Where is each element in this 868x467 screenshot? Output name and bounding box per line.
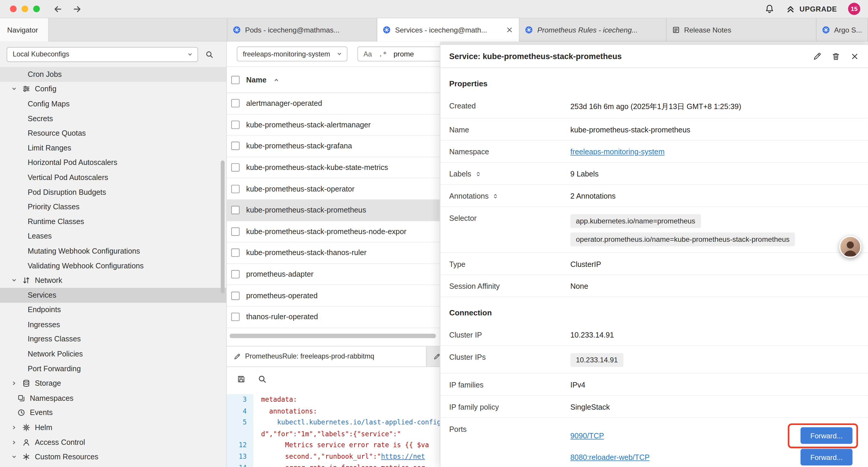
sidebar-item-access-control[interactable]: Access Control xyxy=(0,435,226,449)
close-icon[interactable] xyxy=(850,52,859,61)
sidebar-item-network-policies[interactable]: Network Policies xyxy=(0,347,226,361)
forward-button[interactable]: Forward... xyxy=(801,428,852,444)
row-checkbox[interactable] xyxy=(231,249,240,257)
search-icon[interactable] xyxy=(205,50,214,58)
tab-pods-icecheng-mathmas[interactable]: Pods - icecheng@mathmas... xyxy=(227,18,378,42)
search-input[interactable]: Aa .* prome xyxy=(358,47,440,61)
sidebar-item-endpoints[interactable]: Endpoints xyxy=(0,302,226,317)
sidebar-item-secrets[interactable]: Secrets xyxy=(0,111,226,126)
chev-down-icon[interactable] xyxy=(11,86,18,92)
editor-line[interactable]: 5 kubectl.kubernetes.io/last-applied-con… xyxy=(227,417,440,428)
updown-icon[interactable] xyxy=(475,171,481,177)
namespace-filter[interactable]: freeleaps-monitoring-system xyxy=(237,47,347,61)
row-checkbox[interactable] xyxy=(231,121,240,129)
editor-line[interactable]: 14 error rate in freeleaps metrics ser xyxy=(227,462,440,467)
port-link[interactable]: 9090/TCP xyxy=(570,432,604,440)
services-horizontal-scrollbar[interactable] xyxy=(229,334,436,338)
service-row-kube-prometheus-stack-alertmanager[interactable]: kube-prometheus-stack-alertmanager xyxy=(227,114,440,136)
bell-icon[interactable] xyxy=(765,4,775,14)
sidebar-item-leases[interactable]: Leases xyxy=(0,229,226,243)
close-tab-icon[interactable] xyxy=(506,26,514,34)
sidebar-item-cron-jobs[interactable]: Cron Jobs xyxy=(0,67,226,82)
dock-tab-prometheusrule-freeleaps-prod-rabbitmq[interactable]: PrometheusRule: freeleaps-prod-rabbitmq xyxy=(227,346,427,366)
back-icon[interactable] xyxy=(53,4,63,13)
sidebar-item-services[interactable]: Services xyxy=(0,288,226,303)
service-row-kube-prometheus-stack-operator[interactable]: kube-prometheus-stack-operator xyxy=(227,178,440,200)
namespace-link[interactable]: freeleaps-monitoring-system xyxy=(570,148,665,156)
sidebar-item-ingress-classes[interactable]: Ingress Classes xyxy=(0,332,226,347)
close-window-button[interactable] xyxy=(10,6,17,12)
sidebar-item-network[interactable]: Network xyxy=(0,273,226,288)
sidebar-item-storage[interactable]: Storage xyxy=(0,376,226,391)
service-row-kube-prometheus-stack-prometheus-node-expor[interactable]: kube-prometheus-stack-prometheus-node-ex… xyxy=(227,221,440,242)
chev-right-icon[interactable] xyxy=(11,380,18,387)
dock-tab-item[interactable] xyxy=(427,346,440,366)
sidebar-item-events[interactable]: Events xyxy=(0,406,226,420)
service-row-prometheus-adapter[interactable]: prometheus-adapter xyxy=(227,264,440,285)
sidebar-item-config-maps[interactable]: Config Maps xyxy=(0,96,226,111)
row-checkbox[interactable] xyxy=(231,313,240,321)
avatar[interactable] xyxy=(839,236,862,258)
editor-search-icon[interactable] xyxy=(258,375,267,384)
yaml-editor[interactable]: 3metadata:4 annotations:5 kubectl.kubern… xyxy=(227,391,440,467)
sidebar-item-namespaces[interactable]: Namespaces xyxy=(0,391,226,406)
edit-icon[interactable] xyxy=(813,52,822,61)
row-checkbox[interactable] xyxy=(231,164,240,172)
sidebar-scrollbar[interactable] xyxy=(221,160,224,293)
row-checkbox[interactable] xyxy=(231,185,240,193)
sidebar-item-config[interactable]: Config xyxy=(0,82,226,96)
service-row-prometheus-operated[interactable]: prometheus-operated xyxy=(227,285,440,307)
sidebar-item-resource-quotas[interactable]: Resource Quotas xyxy=(0,126,226,141)
port-link[interactable]: 8080:reloader-web/TCP xyxy=(570,454,650,462)
delete-icon[interactable] xyxy=(831,52,840,61)
service-row-kube-prometheus-stack-thanos-ruler[interactable]: kube-prometheus-stack-thanos-ruler xyxy=(227,242,440,264)
sidebar-item-horizontal-pod-autoscalers[interactable]: Horizontal Pod Autoscalers xyxy=(0,155,226,170)
tab-services-icecheng-math[interactable]: Services - icecheng@math... xyxy=(377,18,520,42)
forward-icon[interactable] xyxy=(72,4,82,13)
chev-right-icon[interactable] xyxy=(11,439,18,445)
name-column-header[interactable]: Name xyxy=(246,76,267,84)
row-checkbox[interactable] xyxy=(231,206,240,214)
service-row-alertmanager-operated[interactable]: alertmanager-operated xyxy=(227,93,440,114)
sidebar-item-definitions[interactable]: Definitions xyxy=(0,464,226,467)
notification-badge[interactable]: 15 xyxy=(848,3,860,15)
chev-right-icon[interactable] xyxy=(11,425,18,431)
service-row-kube-prometheus-stack-kube-state-metrics[interactable]: kube-prometheus-stack-kube-state-metrics xyxy=(227,157,440,178)
kubeconfig-selector[interactable]: Local Kubeconfigs xyxy=(6,47,198,62)
chev-down-icon[interactable] xyxy=(11,277,18,284)
sidebar-item-custom-resources[interactable]: Custom Resources xyxy=(0,449,226,464)
sidebar-item-helm[interactable]: Helm xyxy=(0,420,226,435)
forward-button[interactable]: Forward... xyxy=(801,449,852,466)
match-case-toggle[interactable]: Aa xyxy=(363,50,372,58)
row-checkbox[interactable] xyxy=(231,142,240,150)
row-checkbox[interactable] xyxy=(231,270,240,279)
select-all-checkbox[interactable] xyxy=(231,76,240,84)
updown-icon[interactable] xyxy=(493,193,499,200)
sidebar-item-vertical-pod-autoscalers[interactable]: Vertical Pod Autoscalers xyxy=(0,170,226,185)
sidebar-item-validating-webhook-configurations[interactable]: Validating Webhook Configurations xyxy=(0,258,226,273)
editor-line[interactable]: d","for":"1m","labels":{"service":" xyxy=(227,428,440,439)
editor-line[interactable]: 13 second.","runbook_url":"https://net xyxy=(227,451,440,462)
row-checkbox[interactable] xyxy=(231,99,240,108)
row-checkbox[interactable] xyxy=(231,227,240,236)
sidebar-item-pod-disruption-budgets[interactable]: Pod Disruption Budgets xyxy=(0,185,226,200)
sidebar-item-port-forwarding[interactable]: Port Forwarding xyxy=(0,361,226,376)
minimize-window-button[interactable] xyxy=(22,6,28,12)
fullscreen-window-button[interactable] xyxy=(33,6,39,12)
editor-line[interactable]: 12 Metrics service error rate is {{ $va xyxy=(227,439,440,451)
sidebar-item-priority-classes[interactable]: Priority Classes xyxy=(0,200,226,214)
editor-line[interactable]: 3metadata: xyxy=(227,394,440,405)
regex-toggle[interactable]: .* xyxy=(378,50,387,58)
tab-release-notes[interactable]: Release Notes xyxy=(666,18,816,42)
save-icon[interactable] xyxy=(237,375,246,384)
sidebar-item-ingresses[interactable]: Ingresses xyxy=(0,317,226,332)
upgrade-button[interactable]: UPGRADE xyxy=(785,4,837,14)
sidebar-item-runtime-classes[interactable]: Runtime Classes xyxy=(0,214,226,229)
tab-argo-s[interactable]: Argo S... xyxy=(816,18,868,42)
row-checkbox[interactable] xyxy=(231,291,240,300)
service-row-kube-prometheus-stack-prometheus[interactable]: kube-prometheus-stack-prometheus xyxy=(227,200,440,221)
sidebar-item-limit-ranges[interactable]: Limit Ranges xyxy=(0,141,226,155)
tab-prometheus-rules-icecheng[interactable]: Prometheus Rules - icecheng... xyxy=(520,18,666,42)
chev-down-icon[interactable] xyxy=(11,454,18,460)
service-row-kube-prometheus-stack-grafana[interactable]: kube-prometheus-stack-grafana xyxy=(227,136,440,157)
